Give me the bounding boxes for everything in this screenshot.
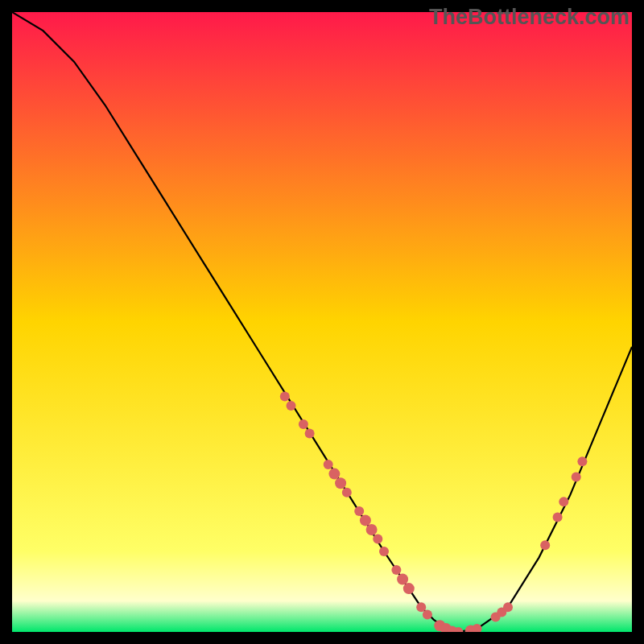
data-point	[366, 524, 378, 535]
data-point	[423, 609, 432, 619]
data-point	[503, 602, 513, 612]
data-point	[342, 488, 352, 497]
data-point	[280, 391, 290, 401]
data-point	[379, 547, 389, 556]
chart-svg	[12, 12, 632, 632]
data-point	[540, 540, 550, 550]
data-point	[354, 506, 364, 516]
data-point	[299, 419, 308, 429]
data-point	[416, 602, 426, 612]
chart-area	[12, 12, 632, 632]
data-point	[559, 497, 568, 506]
data-point	[287, 401, 296, 411]
data-point	[324, 460, 333, 469]
data-point	[328, 469, 340, 480]
data-point	[397, 574, 408, 585]
data-point	[553, 513, 563, 522]
data-point	[360, 514, 371, 526]
watermark-text: TheBottleneck.com	[429, 5, 630, 30]
data-point	[305, 429, 315, 439]
data-point	[577, 456, 587, 466]
data-point	[572, 473, 581, 482]
data-point	[391, 565, 401, 575]
data-point	[335, 477, 346, 489]
data-point	[373, 535, 382, 544]
data-point	[403, 583, 415, 594]
